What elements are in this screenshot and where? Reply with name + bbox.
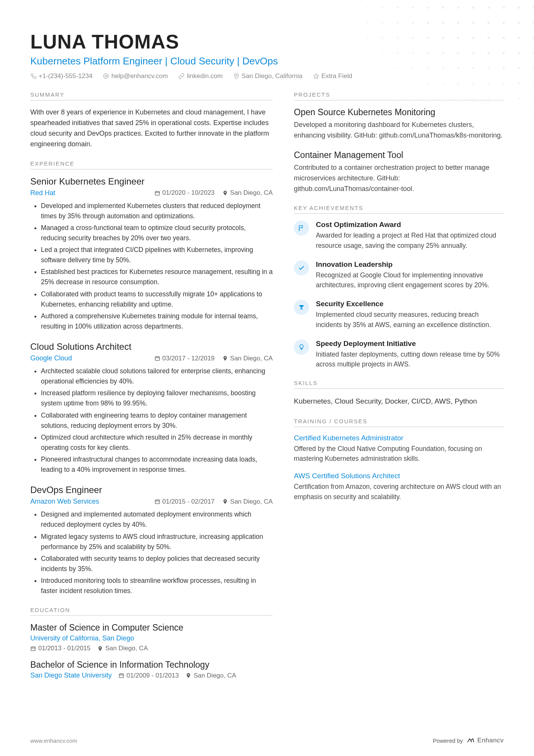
contact-extra: Extra Field [313, 72, 352, 80]
contact-extra-text: Extra Field [322, 72, 352, 80]
powered-by-label: Powered by [433, 737, 463, 744]
job-meta-row: Red Hat 01/2020 - 10/2023 San Diego, CA [30, 189, 273, 197]
achievements-heading: KEY ACHIEVEMENTS [294, 205, 504, 214]
experience-bullet: Collaborated with security teams to depl… [41, 554, 273, 574]
course-title[interactable]: Certified Kubernetes Administrator [294, 434, 504, 442]
enhancv-brand-text: Enhancv [477, 737, 504, 744]
svg-rect-5 [155, 500, 159, 504]
experience-item: Senior Kubernetes Engineer Red Hat 01/20… [30, 176, 273, 332]
at-icon [103, 73, 109, 79]
calendar-icon [155, 499, 160, 504]
achievement-desc: Recognized at Google Cloud for implement… [316, 270, 504, 290]
achievement-desc: Implemented cloud security measures, red… [316, 310, 504, 330]
job-meta-row: Google Cloud 03/2017 - 12/2019 San Diego… [30, 354, 273, 362]
experience-bullet: Managed a cross-functional team to optim… [41, 223, 273, 243]
job-location: San Diego, CA [222, 189, 273, 197]
job-meta-row: Amazon Web Services 01/2015 - 02/2017 Sa… [30, 498, 273, 506]
education-item: Bachelor of Science in Information Techn… [30, 660, 273, 679]
experience-bullet: Authored a comprehensive Kubernetes trai… [41, 311, 273, 332]
course-desc: Offered by the Cloud Native Computing Fo… [294, 444, 504, 464]
contact-email: help@enhancv.com [103, 72, 168, 80]
powered-by: Powered by Enhancv [433, 736, 504, 745]
achievement-item: Cost Optimization Award Awarded for lead… [294, 221, 504, 250]
edu-school[interactable]: San Diego State University [30, 671, 112, 679]
experience-bullet: Pioneered infrastructural changes to acc… [41, 454, 273, 475]
check-icon [294, 260, 309, 275]
location-pin-icon [222, 355, 228, 361]
trophy-icon [294, 300, 309, 315]
experience-bullet: Collaborated with product teams to succe… [41, 289, 273, 310]
job-bullets: Architected scalable cloud solutions tai… [30, 366, 273, 475]
education-heading: EDUCATION [30, 607, 273, 616]
achievements-list: Cost Optimization Award Awarded for lead… [294, 221, 504, 369]
project-desc: Contributed to a container orchestration… [294, 163, 504, 194]
footer-url: www.enhancv.com [30, 737, 77, 744]
contact-location: San Diego, California [233, 72, 303, 80]
calendar-icon [119, 673, 124, 678]
svg-point-1 [236, 75, 237, 76]
projects-heading: PROJECTS [294, 91, 504, 100]
experience-bullet: Architected scalable cloud solutions tai… [41, 366, 273, 387]
location-pin-icon [186, 673, 191, 678]
contact-email-text: help@enhancv.com [111, 72, 168, 80]
person-subtitle: Kubernetes Platform Engineer | Cloud Sec… [30, 55, 504, 67]
experience-bullet: Designed and implemented automated deplo… [41, 509, 273, 530]
svg-rect-6 [31, 647, 35, 651]
project-desc: Developed a monitoring dashboard for Kub… [294, 120, 504, 141]
location-icon [233, 73, 239, 79]
projects-list: Open Source Kubernetes Monitoring Develo… [294, 107, 504, 194]
edu-location: San Diego, CA [97, 645, 148, 652]
job-bullets: Designed and implemented automated deplo… [30, 509, 273, 596]
achievement-title: Security Excellence [316, 300, 504, 308]
experience-bullet: Introduced monitoring tools to streamlin… [41, 576, 273, 596]
phone-icon [30, 73, 36, 79]
enhancv-logo: Enhancv [467, 736, 504, 745]
edu-school[interactable]: University of California, San Diego [30, 634, 273, 642]
course-title[interactable]: AWS Certified Solutions Architect [294, 472, 504, 480]
achievement-body: Innovation Leadership Recognized at Goog… [316, 260, 504, 290]
person-name: LUNA THOMAS [30, 30, 504, 53]
location-pin-icon [222, 190, 228, 196]
main-columns: SUMMARY With over 8 years of experience … [30, 91, 504, 687]
svg-rect-7 [119, 674, 123, 678]
calendar-icon [30, 646, 36, 651]
resume-header: LUNA THOMAS Kubernetes Platform Engineer… [30, 30, 504, 80]
calendar-icon [155, 355, 160, 361]
job-company[interactable]: Red Hat [30, 189, 55, 197]
experience-bullet: Migrated legacy systems to AWS cloud inf… [41, 532, 273, 552]
contact-phone: +1-(234)-555-1234 [30, 72, 92, 80]
edu-dates: 01/2013 - 01/2015 [30, 645, 91, 652]
edu-dates: 01/2009 - 01/2013 [119, 672, 179, 679]
achievement-body: Cost Optimization Award Awarded for lead… [316, 221, 504, 250]
job-company[interactable]: Google Cloud [30, 354, 72, 362]
training-heading: TRAINING / COURSES [294, 418, 504, 427]
experience-bullet: Led a project that integrated CI/CD pipe… [41, 245, 273, 265]
enhancv-mark-icon [467, 736, 475, 745]
resume-page: LUNA THOMAS Kubernetes Platform Engineer… [0, 0, 534, 756]
location-pin-icon [97, 646, 103, 651]
job-title: DevOps Engineer [30, 485, 273, 495]
calendar-icon [155, 190, 160, 196]
experience-bullet: Established best practices for Kubernete… [41, 267, 273, 287]
job-location: San Diego, CA [222, 355, 273, 362]
experience-list: Senior Kubernetes Engineer Red Hat 01/20… [30, 176, 273, 596]
svg-marker-2 [314, 74, 319, 78]
achievement-item: Speedy Deployment Initiative Initiated f… [294, 340, 504, 369]
flag-icon [294, 221, 309, 236]
project-item: Open Source Kubernetes Monitoring Develo… [294, 107, 504, 141]
edu-degree: Master of Science in Computer Science [30, 623, 273, 633]
achievement-title: Cost Optimization Award [316, 221, 504, 229]
skills-text: Kubernetes, Cloud Security, Docker, CI/C… [294, 396, 504, 407]
summary-text: With over 8 years of experience in Kuber… [30, 107, 273, 150]
job-location: San Diego, CA [222, 498, 273, 506]
achievement-body: Speedy Deployment Initiative Initiated f… [316, 340, 504, 369]
svg-point-0 [105, 75, 107, 77]
edu-meta-row: San Diego State University 01/2009 - 01/… [30, 671, 273, 679]
svg-rect-4 [155, 357, 159, 360]
experience-item: Cloud Solutions Architect Google Cloud 0… [30, 341, 273, 475]
job-company[interactable]: Amazon Web Services [30, 498, 99, 506]
education-list: Master of Science in Computer Science Un… [30, 623, 273, 679]
contact-location-text: San Diego, California [242, 72, 303, 80]
job-dates: 03/2017 - 12/2019 [155, 355, 215, 362]
skills-heading: SKILLS [294, 380, 504, 389]
